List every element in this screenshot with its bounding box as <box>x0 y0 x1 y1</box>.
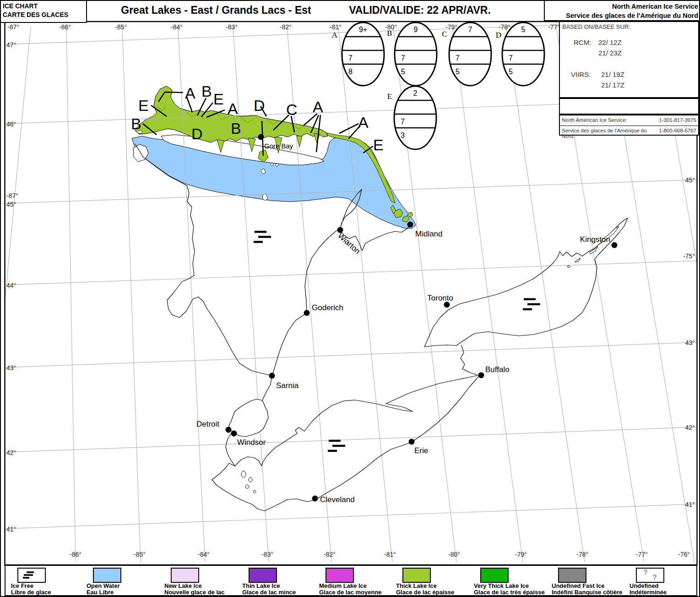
egg-value: 7 <box>401 118 405 126</box>
legend-item-undefined-fast-ice: Undefined Fast IceIndéfini Banquise côti… <box>552 568 623 596</box>
phone-en: 1-301-817-3975 <box>659 117 696 123</box>
graticule-label: -83° <box>226 23 238 31</box>
graticule-label: 45° <box>685 176 695 184</box>
parallel-line <box>5 427 697 452</box>
page-title: Great Lakes - East / Grands Lacs - Est <box>79 4 353 16</box>
legend-label-en: Thin Lake Ice <box>242 583 296 589</box>
graticule-label: -85° <box>134 551 146 558</box>
ice-chart-page: -87°-86°-85°-84°-83°-82°-81°-80°-79°-78°… <box>0 0 700 597</box>
meridian-line <box>453 27 523 562</box>
legend-item-ice-free: Ice FreeLibre de glace <box>11 568 51 596</box>
graticule-label: -77° <box>636 551 648 558</box>
contact-row-fr: 1-800-668-6767 Service des glaces de l'A… <box>560 126 698 137</box>
egg-letter: C <box>442 30 447 38</box>
viirs-time-1: 21/ 19Z <box>601 71 624 78</box>
agency-name-en: North American Ice Service <box>545 2 698 11</box>
rcm-time-1: 22/ 12Z <box>598 38 622 46</box>
legend-label-en: Undefined <box>629 583 667 589</box>
graticule-label: -84° <box>171 23 183 31</box>
graticule-label: -85° <box>115 23 127 31</box>
city-label: Kingston <box>580 235 610 244</box>
egg-value: 7 <box>509 54 513 62</box>
egg-value: 7 <box>468 26 472 33</box>
legend-label-fr: Glace de lac moyenne <box>319 589 382 596</box>
lake-erie-north-shore <box>235 375 480 466</box>
meridian-line <box>122 27 141 562</box>
graticule-label: 47° <box>6 41 16 49</box>
contact-row-en: 1-301-817-3975 North American Ice Servic… <box>560 115 698 126</box>
city-marker: Cleveland <box>312 495 355 504</box>
legend-swatch <box>326 568 354 583</box>
egg-value: 9 <box>414 26 418 33</box>
egg-value: 7 <box>401 54 405 62</box>
egg-value: 5 <box>401 68 405 76</box>
legend-swatch <box>558 568 586 583</box>
egg-letter: A <box>332 31 338 39</box>
ice-area-letter: E <box>138 97 149 114</box>
ice-area-letter: C <box>286 101 298 118</box>
graticule-label: 42° <box>6 449 16 456</box>
city-dot <box>231 431 237 437</box>
contact-box: 1-301-817-3975 North American Ice Servic… <box>559 115 699 136</box>
st-clair-river <box>262 376 272 400</box>
egg-value: 7 <box>456 54 460 62</box>
question-icon: ? <box>652 574 657 582</box>
city-label: Detroit <box>196 420 219 428</box>
phone-fr: 1-800-668-6767 <box>659 128 696 133</box>
graticule-label: -81° <box>330 23 342 31</box>
legend-swatch <box>17 568 46 583</box>
viirs-time-2: 21/ 17Z <box>601 81 624 89</box>
egg-letter: D <box>496 31 501 39</box>
city-label: Cleveland <box>320 495 355 504</box>
legend-swatch <box>402 568 431 583</box>
legend-label-en: New Lake Ice <box>164 583 225 589</box>
graticule-label: -75° <box>683 252 695 260</box>
graticule-label: 41° <box>6 526 16 533</box>
graticule-label: -87° <box>6 192 18 199</box>
ice-area-letter: B <box>131 115 141 132</box>
graticule-label: -84° <box>198 551 210 558</box>
legend-label-fr: Eau Libre <box>87 589 121 596</box>
egg-code-D: D575 <box>496 22 544 86</box>
graticule-label: 45° <box>6 201 16 208</box>
legend-swatch: ?? <box>636 568 664 583</box>
agency-name-fr: Service des glaces de l'Amérique du Nord <box>545 11 698 20</box>
city-label: Windsor <box>237 438 266 447</box>
niagara-river <box>461 345 477 375</box>
city-marker: Detroit <box>196 420 232 433</box>
city-dot <box>444 302 450 308</box>
legend-label-en: Ice Free <box>11 583 51 589</box>
city-dot <box>312 496 318 502</box>
legend-item-thick-lake-ice: Thick Lake IceGlace de lac épaisse <box>396 568 454 596</box>
ice-legend: Ice FreeLibre de glaceOpen WaterEau Libr… <box>5 565 697 596</box>
ice-area-letter: B <box>201 82 212 100</box>
legend-item-undefined: ??UndefinedIndéterminée <box>629 568 667 596</box>
detroit-river <box>226 433 235 466</box>
legend-swatch <box>171 568 199 583</box>
city-marker: Sarnia <box>269 373 299 390</box>
egg-letter: E <box>387 92 392 101</box>
graticule-label: -87° <box>7 23 19 31</box>
legend-swatch <box>249 568 277 583</box>
city-marker: Goderich <box>304 303 343 316</box>
egg-value: 5 <box>456 68 460 76</box>
legend-label-fr: Indéfini Banquise côtière <box>552 589 623 596</box>
city-label: Midland <box>415 230 443 238</box>
graticule-label: -76° <box>678 551 690 558</box>
city-marker: Buffalo <box>478 365 510 378</box>
egg-code-A: A9+78 <box>332 22 384 86</box>
water-ice-fills <box>132 86 416 229</box>
meridian-line <box>338 27 392 562</box>
chart-type-en: ICE CHART <box>3 2 86 11</box>
legend-label-en: Thick Lake Ice <box>396 583 454 589</box>
city-label: Buffalo <box>485 365 510 374</box>
city-dot <box>269 373 275 379</box>
legend-swatch <box>480 568 509 583</box>
chart-type-box: ICE CHART CARTE DES GLACES <box>1 1 87 23</box>
valid-date: VALID/VALIDE: 22 APR/AVR. <box>342 4 498 16</box>
based-on-box: BASED ON/BASEE SUR: RCM: 22/ 12Z 21/ 23Z… <box>559 21 699 98</box>
egg-letter: B <box>387 29 392 38</box>
graticule-label: -79° <box>515 551 527 558</box>
egg-value: 3 <box>401 131 405 139</box>
graticule-label: 42° <box>685 424 695 431</box>
